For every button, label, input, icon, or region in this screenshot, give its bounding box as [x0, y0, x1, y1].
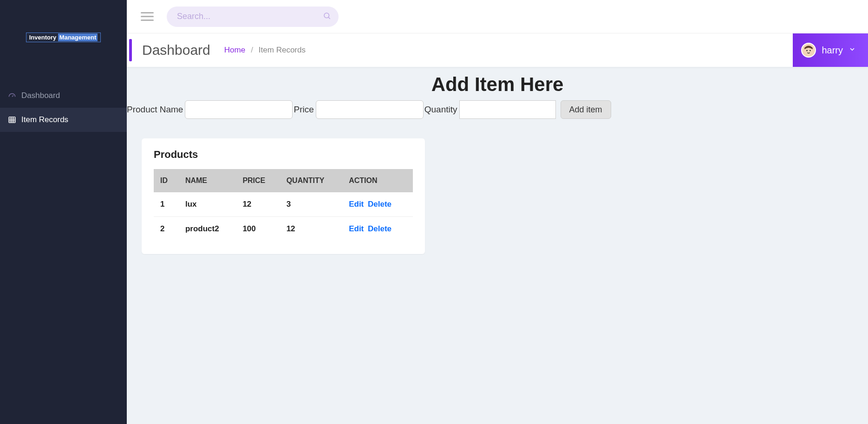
sidebar: Inventory Management Dashboard Item Reco…: [0, 0, 127, 424]
search-input[interactable]: [167, 7, 339, 27]
chevron-down-icon: [848, 46, 856, 55]
svg-point-9: [807, 50, 808, 51]
price-input[interactable]: [316, 100, 424, 119]
breadcrumb: Home / Item Records: [224, 46, 306, 55]
product-name-input[interactable]: [185, 100, 293, 119]
menu-toggle-icon[interactable]: [141, 12, 154, 21]
sidebar-item-item-records[interactable]: Item Records: [0, 108, 127, 132]
main: Dashboard Home / Item Records harry Add …: [127, 0, 868, 424]
add-item-form: Product Name Price Quantity Add item: [127, 98, 868, 124]
svg-point-6: [324, 13, 329, 18]
cell-quantity: 3: [280, 192, 343, 217]
table-row: 1lux123Edit Delete: [154, 192, 413, 217]
cell-action: Edit Delete: [342, 217, 413, 241]
cell-price: 100: [236, 217, 280, 241]
sidebar-menu: Dashboard Item Records: [0, 84, 127, 132]
page-header: Dashboard Home / Item Records harry: [127, 33, 868, 67]
edit-link[interactable]: Edit: [349, 200, 364, 209]
logo-text-2: Management: [58, 33, 98, 41]
sidebar-item-label: Dashboard: [21, 91, 60, 100]
form-heading: Add Item Here: [127, 67, 868, 98]
page-title: Dashboard: [142, 42, 210, 58]
delete-link[interactable]: Delete: [368, 200, 392, 209]
table-row: 2product210012Edit Delete: [154, 217, 413, 241]
product-name-label: Product Name: [127, 104, 185, 115]
products-card: Products ID NAME PRICE QUANTITY ACTION 1…: [142, 138, 425, 254]
col-price: PRICE: [236, 169, 280, 192]
delete-link[interactable]: Delete: [368, 224, 392, 233]
quantity-input[interactable]: [459, 100, 556, 119]
topbar: [127, 0, 868, 33]
col-id: ID: [154, 169, 179, 192]
svg-line-7: [328, 17, 330, 19]
cell-id: 2: [154, 217, 179, 241]
user-menu[interactable]: harry: [793, 33, 868, 67]
accent-bar: [129, 39, 132, 61]
svg-rect-1: [9, 117, 15, 123]
cell-id: 1: [154, 192, 179, 217]
svg-point-8: [802, 44, 815, 57]
cell-price: 12: [236, 192, 280, 217]
cell-action: Edit Delete: [342, 192, 413, 217]
table-icon: [7, 116, 18, 124]
breadcrumb-home[interactable]: Home: [224, 46, 245, 55]
col-action: ACTION: [342, 169, 413, 192]
dashboard-icon: [7, 91, 18, 100]
products-title: Products: [154, 149, 413, 161]
breadcrumb-current: Item Records: [259, 46, 306, 55]
avatar: [801, 43, 816, 58]
search-wrap: [167, 7, 339, 27]
add-item-button[interactable]: Add item: [561, 100, 611, 119]
cell-name: lux: [179, 192, 236, 217]
svg-line-0: [12, 95, 13, 97]
content: Add Item Here Product Name Price Quantit…: [127, 67, 868, 424]
logo: Inventory Management: [0, 0, 127, 74]
user-name: harry: [822, 45, 843, 56]
sidebar-item-dashboard[interactable]: Dashboard: [0, 84, 127, 108]
edit-link[interactable]: Edit: [349, 224, 364, 233]
price-label: Price: [294, 104, 315, 115]
svg-point-10: [810, 50, 811, 51]
logo-text-1: Inventory: [29, 34, 57, 41]
col-quantity: QUANTITY: [280, 169, 343, 192]
cell-name: product2: [179, 217, 236, 241]
table-header-row: ID NAME PRICE QUANTITY ACTION: [154, 169, 413, 192]
search-icon[interactable]: [323, 12, 331, 22]
cell-quantity: 12: [280, 217, 343, 241]
products-table: ID NAME PRICE QUANTITY ACTION 1lux123Edi…: [154, 169, 413, 241]
sidebar-item-label: Item Records: [21, 115, 68, 124]
col-name: NAME: [179, 169, 236, 192]
quantity-label: Quantity: [424, 104, 459, 115]
breadcrumb-sep: /: [251, 46, 253, 55]
